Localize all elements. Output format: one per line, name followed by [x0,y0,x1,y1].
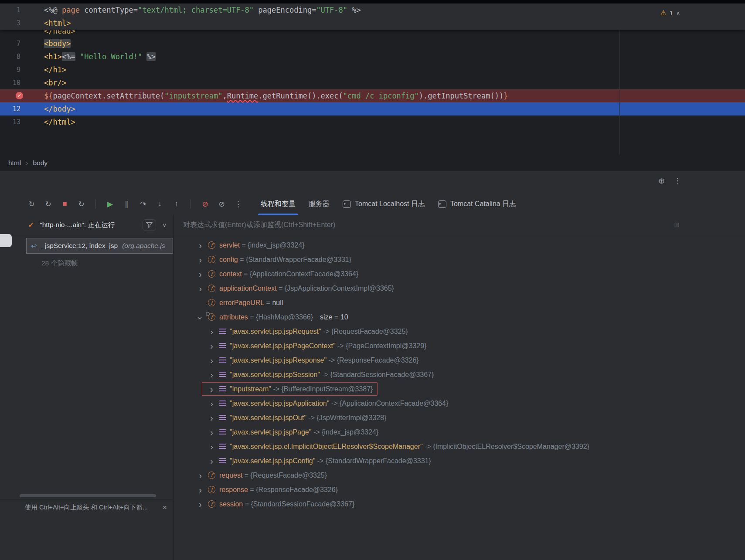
variable-row[interactable]: ›fconfig = {StandardWrapperFacade@3331} [173,252,745,267]
code-line[interactable]: 7<body> [0,37,745,50]
target-icon[interactable]: ⊕ [658,177,665,185]
resume-icon[interactable]: ▶ [105,199,116,210]
code-text: </html> [42,115,75,129]
breakpoints-disabled-icon[interactable]: ⊘ [216,199,227,210]
code-line[interactable]: 10<br/> [0,76,745,89]
variable-row[interactable]: ›"javax.servlet.jsp.jspRequest" -> {Requ… [173,324,745,339]
code-line[interactable]: </head> [0,30,745,37]
chevron-icon[interactable]: › [208,327,215,336]
chevron-icon[interactable]: › [197,500,204,509]
field-icon: f [208,472,215,479]
stop-icon[interactable]: ■ [59,199,70,210]
chevron-icon[interactable]: › [197,255,204,264]
operator: = [238,256,246,264]
step-into-icon[interactable]: ↓ [154,199,165,210]
entry-key: "javax.servlet.jsp.jspSession" [230,371,320,379]
variable-name: attributes [219,313,248,321]
step-out-icon[interactable]: ↑ [171,199,182,210]
filter-button[interactable] [143,219,156,231]
code-line[interactable]: 1<%@ page contentType="text/html; charse… [0,3,745,17]
variable-row[interactable]: ›"javax.servlet.jsp.jspResponse" -> {Res… [173,353,745,367]
rerun-debug-icon[interactable]: ↻ [43,199,54,210]
more-vertical-icon[interactable]: ⋮ [674,177,681,185]
toolwindow-handle[interactable] [0,234,12,247]
variable-row[interactable]: ›fapplicationContext = {JspApplicationCo… [173,281,745,295]
variable-name: context [219,270,242,278]
variable-row[interactable]: ›"javax.servlet.jsp.jspOut" -> {JspWrite… [173,411,745,425]
variable-row[interactable]: ›fattributes = {HashMap@3366}size = 10 [173,310,745,324]
collapse-caret-icon[interactable]: ∧ [676,10,680,16]
variable-row[interactable]: ›"javax.servlet.jsp.el.ImplicitObjectELR… [173,439,745,454]
chevron-icon[interactable]: › [208,370,215,379]
chevron-icon[interactable]: › [197,485,204,494]
operator: -> [327,356,337,364]
chevron-icon[interactable]: › [208,342,215,350]
variable-row[interactable]: ›"javax.servlet.jsp.jspSession" -> {Stan… [173,367,745,382]
chevron-icon[interactable]: › [197,471,204,480]
rerun-icon[interactable]: ↻ [26,199,37,210]
chevron-icon[interactable]: › [208,356,215,365]
code-line[interactable]: 3<html> [0,17,745,30]
variable-row[interactable]: ›fservlet = {index_jsp@3324} [173,238,745,252]
hidden-frames-label[interactable]: 28 个隐藏帧 [41,259,173,268]
breadcrumb-html[interactable]: html [8,159,21,167]
operator: = [264,299,272,307]
chevron-down-icon[interactable]: ∨ [162,222,167,228]
variable-row[interactable]: ›"javax.servlet.jsp.jspConfig" -> {Stand… [173,454,745,468]
chevron-icon[interactable]: › [208,442,215,451]
inspections-widget[interactable]: ⚠ 1 ∧ [660,9,680,17]
add-watch-icon[interactable]: ⊞ [674,221,680,229]
variable-value: {JspApplicationContextImpl@3365} [285,285,394,292]
watch-input[interactable]: 对表达式求值(Enter)或添加监视(Ctrl+Shift+Enter) ⊞ [173,215,745,235]
variable-name: session [219,500,243,508]
thread-selector[interactable]: ✓ "http-nio-...ain": 正在运行 ∨ [0,215,173,235]
horizontal-scrollbar[interactable] [20,494,156,497]
more-icon[interactable]: ⋮ [233,199,244,210]
frame-list: ↩ _jspService:12, index_jsp (org.apache.… [0,235,173,268]
variable-row[interactable]: ›fresponse = {ResponseFacade@3326} [173,482,745,497]
breadcrumb-body[interactable]: body [33,159,48,167]
warning-icon: ⚠ [660,9,667,17]
chevron-icon[interactable]: › [197,270,204,278]
variable-row[interactable]: ›"javax.servlet.jsp.jspPageContext" -> {… [173,339,745,353]
restart-icon[interactable]: ↻ [76,199,87,210]
chevron-icon[interactable]: › [208,399,215,408]
code-line[interactable]: 13</html> [0,115,745,129]
variable-row[interactable]: ›"javax.servlet.jsp.jspPage" -> {index_j… [173,425,745,439]
variable-value: {StandardWrapperFacade@3331} [246,256,351,264]
tab-tomcat-localhost-log[interactable]: Tomcat Localhost 日志 [336,193,432,215]
tab-server[interactable]: 服务器 [302,193,336,215]
variable-value: {index_jsp@3324} [248,241,304,249]
code-line[interactable]: 12</body> [0,102,745,115]
chevron-icon[interactable]: › [197,241,204,250]
variable-row[interactable]: ›"inputstream" -> {BufferedInputStream@3… [173,382,745,396]
variable-row[interactable]: ›"javax.servlet.jsp.jspApplication" -> {… [173,396,745,411]
variable-row[interactable]: ›fcontext = {ApplicationContextFacade@33… [173,267,745,281]
code-text: <br/> [42,76,66,89]
breakpoint-icon[interactable]: ✓ [16,92,23,99]
chevron-icon[interactable]: › [208,457,215,465]
mute-breakpoints-icon[interactable]: ⊘ [200,199,211,210]
chevron-icon[interactable]: › [196,315,205,321]
close-icon[interactable]: × [163,503,167,512]
chevron-icon[interactable]: › [208,428,215,437]
line-number [0,30,42,37]
code-line[interactable]: ✓${pageContext.setAttribute("inputstream… [0,89,745,102]
code-line[interactable]: 8<h1><%= "Hello World!" %> [0,50,745,63]
map-entry-icon [219,415,226,421]
variable-row[interactable]: ›fsession = {StandardSessionFacade@3367} [173,497,745,511]
code-line[interactable]: 9</h1> [0,63,745,76]
toolbar-separator [95,199,96,209]
pause-icon[interactable]: ∥ [121,199,132,210]
variable-row[interactable]: ferrorPageURL = null [173,295,745,310]
chevron-icon[interactable]: › [208,385,215,394]
variable-row[interactable]: ›frequest = {RequestFacade@3325} [173,468,745,482]
tab-tomcat-catalina-log[interactable]: Tomcat Catalina 日志 [432,193,523,215]
chevron-icon[interactable]: › [208,414,215,422]
tab-threads-variables[interactable]: 线程和变量 [254,193,302,215]
stack-frame[interactable]: ↩ _jspService:12, index_jsp (org.apache.… [26,238,173,254]
chevron-icon[interactable]: › [197,284,204,293]
editor-pane[interactable]: 1<%@ page contentType="text/html; charse… [0,3,745,155]
entry-key: "javax.servlet.jsp.jspResponse" [230,356,327,364]
step-over-icon[interactable]: ↷ [138,199,149,210]
